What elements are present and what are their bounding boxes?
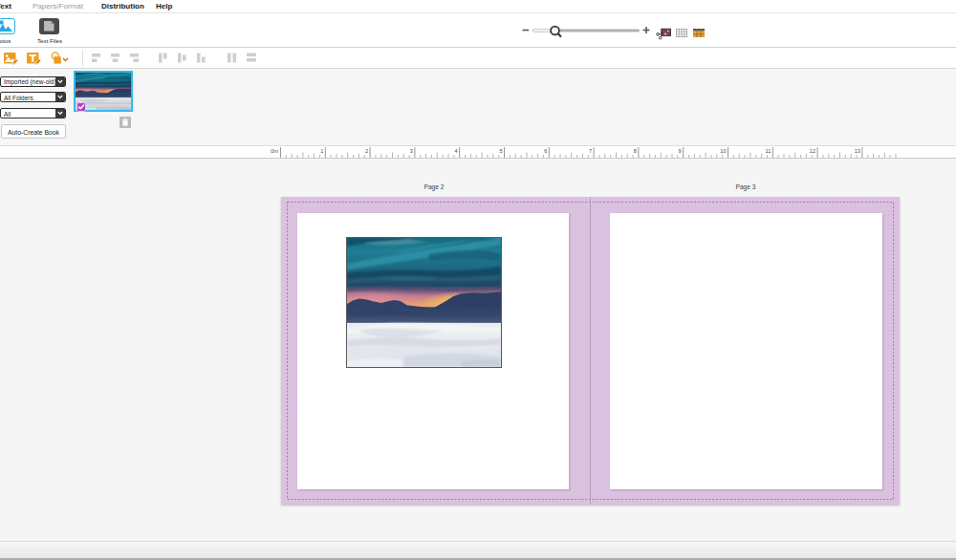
svg-text:9: 9	[679, 148, 682, 154]
svg-text:7: 7	[589, 148, 592, 154]
svg-text:5: 5	[499, 148, 502, 154]
svg-text:12: 12	[810, 148, 815, 154]
svg-text:8: 8	[634, 148, 637, 154]
svg-text:4: 4	[455, 148, 458, 154]
svg-text:10: 10	[720, 148, 726, 154]
svg-text:13: 13	[855, 148, 860, 154]
svg-text:3: 3	[410, 148, 413, 154]
svg-text:6: 6	[544, 148, 547, 154]
svg-text:11: 11	[765, 148, 771, 154]
svg-text:1: 1	[320, 148, 323, 154]
svg-text:2: 2	[365, 148, 368, 154]
